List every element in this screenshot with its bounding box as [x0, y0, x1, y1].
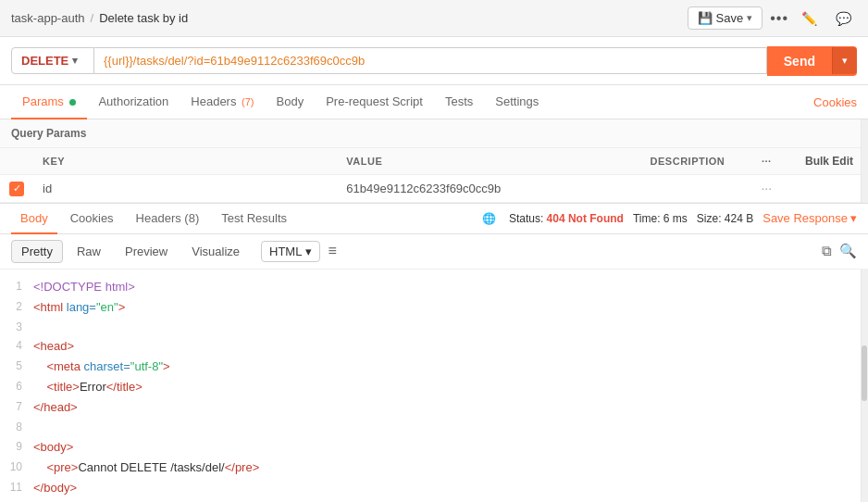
format-select[interactable]: HTML ▾ [261, 241, 320, 262]
view-raw-button[interactable]: Raw [67, 240, 111, 263]
more-options-button[interactable]: ••• [770, 10, 788, 27]
size-label: Size: 424 B [697, 212, 753, 225]
response-tab-body[interactable]: Body [11, 204, 57, 234]
code-line-6: 6 <title>Error</title> [0, 377, 868, 397]
method-label: DELETE [21, 54, 68, 68]
tab-authorization-label: Authorization [98, 94, 168, 108]
wrap-button[interactable]: ≡ [328, 243, 336, 259]
response-tab-body-label: Body [20, 211, 48, 225]
line-num-11: 11 [0, 478, 33, 496]
save-response-label: Save Response [763, 211, 848, 225]
code-area: 1 <!DOCTYPE html> 2 <html lang="en"> 3 4… [0, 270, 868, 503]
tab-authorization[interactable]: Authorization [87, 85, 180, 119]
th-description: DESCRIPTION [641, 148, 749, 175]
checkbox[interactable]: ✓ [9, 182, 24, 196]
line-content-2: <html lang="en"> [33, 297, 868, 318]
code-line-9: 9 <body> [0, 437, 868, 458]
comment-icon-button[interactable]: 💬 [830, 7, 857, 30]
row-bulk-cell [785, 175, 868, 203]
tab-params[interactable]: Params [11, 85, 87, 119]
view-pretty-button[interactable]: Pretty [11, 240, 63, 263]
row-value-cell[interactable]: 61b49e9112c6233f69c0cc9b [337, 175, 640, 203]
topbar-actions: 💾 Save ▾ ••• ✏️ 💬 [688, 6, 857, 30]
send-dropdown-button[interactable]: ▾ [832, 47, 857, 74]
code-line-8: 8 [0, 418, 868, 436]
url-bar: DELETE ▾ {{url}}/tasks/del/?id=61b49e911… [0, 37, 868, 85]
tab-headers-label: Headers (7) [191, 94, 254, 108]
view-preview-button[interactable]: Preview [115, 240, 178, 263]
method-select[interactable]: DELETE ▾ [11, 47, 94, 74]
send-button[interactable]: Send [767, 46, 832, 76]
line-num-6: 6 [0, 377, 33, 395]
tab-settings[interactable]: Settings [484, 85, 550, 119]
line-num-10: 10 [0, 458, 33, 476]
tab-pre-request-label: Pre-request Script [326, 94, 423, 108]
th-check [0, 148, 33, 175]
row-checkbox-cell[interactable]: ✓ [0, 175, 33, 203]
url-input[interactable]: {{url}}/tasks/del/?id=61b49e9112c6233f69… [94, 47, 767, 74]
response-tab-headers-label: Headers (8) [136, 211, 200, 225]
request-tabs-bar: Params Authorization Headers (7) Body Pr… [0, 85, 868, 119]
code-line-12: 12 [0, 498, 868, 502]
response-meta: 🌐 Status: 404 Not Found Time: 6 ms Size:… [482, 211, 857, 225]
code-line-11: 11 </body> [0, 478, 868, 498]
row-key-cell[interactable]: id [33, 175, 337, 203]
cookies-link[interactable]: Cookies [813, 95, 857, 109]
line-num-9: 9 [0, 437, 33, 456]
line-num-4: 4 [0, 336, 33, 355]
save-label: Save [716, 11, 744, 25]
code-line-5: 5 <meta charset="utf-8"> [0, 357, 868, 377]
format-label: HTML [269, 245, 302, 258]
line-num-2: 2 [0, 297, 33, 316]
tab-headers[interactable]: Headers (7) [180, 85, 265, 119]
save-response-chevron: ▾ [850, 211, 857, 225]
code-scrollbar[interactable] [861, 270, 868, 503]
code-actions: ⧉ 🔍 [822, 243, 857, 259]
response-tab-headers[interactable]: Headers (8) [127, 204, 209, 234]
response-section: Body Cookies Headers (8) Test Results 🌐 … [0, 203, 868, 503]
line-content-4: <head> [33, 336, 868, 357]
copy-button[interactable]: ⧉ [822, 243, 832, 259]
line-num-8: 8 [0, 418, 33, 436]
params-table-header: KEY VALUE DESCRIPTION ··· Bulk Edit [0, 148, 868, 175]
response-tab-test-results[interactable]: Test Results [212, 204, 296, 234]
breadcrumb-separator: / [91, 11, 94, 25]
line-num-12: 12 [0, 498, 33, 502]
scrollbar-thumb [862, 345, 867, 401]
code-line-1: 1 <!DOCTYPE html> [0, 277, 868, 297]
response-tab-cookies[interactable]: Cookies [61, 204, 123, 234]
response-tabs-bar: Body Cookies Headers (8) Test Results 🌐 … [0, 204, 868, 234]
response-tab-test-results-label: Test Results [221, 211, 287, 225]
save-response-button[interactable]: Save Response ▾ [763, 211, 857, 225]
query-params-section: Query Params KEY VALUE DESCRIPTION ··· B… [0, 119, 868, 203]
query-params-title: Query Params [0, 119, 868, 148]
save-button[interactable]: 💾 Save ▾ [688, 6, 763, 30]
time-label: Time: 6 ms [633, 212, 688, 225]
row-more-cell[interactable]: ··· [748, 175, 785, 203]
response-tab-cookies-label: Cookies [70, 211, 114, 225]
table-row: ✓ id 61b49e9112c6233f69c0cc9b ··· [0, 175, 868, 203]
size-value: 424 B [725, 212, 753, 225]
topbar: task-app-auth / Delete task by id 💾 Save… [0, 0, 868, 37]
tab-tests[interactable]: Tests [434, 85, 484, 119]
save-disk-icon: 💾 [698, 11, 713, 25]
row-description-cell[interactable] [641, 175, 749, 203]
format-chevron: ▾ [305, 245, 312, 258]
line-content-11: </body> [33, 478, 868, 498]
table-scrollbar[interactable] [861, 119, 868, 203]
collection-name[interactable]: task-app-auth [11, 11, 85, 25]
th-bulk-edit[interactable]: Bulk Edit [785, 148, 868, 175]
th-key: KEY [33, 148, 337, 175]
tab-pre-request[interactable]: Pre-request Script [315, 85, 434, 119]
tab-body[interactable]: Body [266, 85, 316, 119]
line-content-6: <title>Error</title> [33, 377, 868, 397]
save-dropdown-icon: ▾ [747, 12, 752, 24]
line-num-5: 5 [0, 357, 33, 375]
url-text: {{url}}/tasks/del/?id=61b49e9112c6233f69… [104, 54, 365, 68]
tab-params-label: Params [22, 94, 64, 108]
status-value: 404 Not Found [547, 212, 624, 225]
edit-icon-button[interactable]: ✏️ [796, 7, 823, 30]
view-visualize-button[interactable]: Visualize [181, 240, 250, 263]
method-dropdown-icon: ▾ [72, 55, 78, 67]
search-button[interactable]: 🔍 [839, 243, 857, 259]
